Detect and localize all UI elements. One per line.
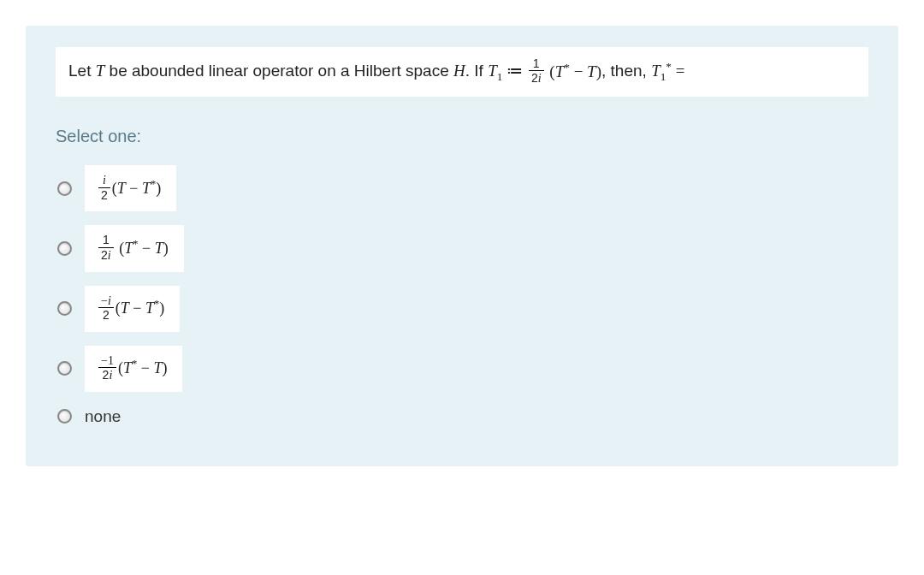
radio-d[interactable] [57,361,72,376]
opt-c-den2: 2 [103,308,110,322]
opt-d-B: T [153,359,162,376]
q-frac-den2: 2 [531,71,538,85]
opt-b-B: T [155,240,163,257]
q-H: H [453,62,465,80]
option-c[interactable]: −i 2 (T − T*) [56,286,868,332]
opt-a-den: 2 [98,188,110,204]
opt-c-den: 2 [98,308,114,323]
options-list: i 2 (T − T*) 1 2i (T* − T) −i 2 (T − T*) [56,165,868,428]
q-T: T [96,62,105,80]
question-text: Let T be abounded linear operator on a H… [56,47,868,97]
q-frac-num: 1 [529,57,544,71]
opt-c-rp: ) [159,299,164,317]
opt-b-rp: ) [163,240,169,257]
opt-a-A: T [117,180,126,197]
opt-c-frac: −i 2 [98,294,114,323]
q-star: * [564,61,570,74]
option-a[interactable]: i 2 (T − T*) [56,165,868,211]
opt-b-A: T [124,240,133,257]
opt-d-frac: −1 2i [98,354,116,383]
option-d[interactable]: −1 2i (T* − T) [56,346,868,392]
radio-a[interactable] [57,181,72,196]
q-mid3: , then, [601,62,651,80]
opt-b-den2: 2 [101,248,108,262]
opt-a-num: i [98,174,110,187]
q-mid2: . If [465,62,488,80]
radio-e[interactable] [57,409,72,424]
q-frac-deni: i [538,72,542,85]
opt-b-lp: ( [116,240,125,257]
q-minus: − [570,62,587,80]
opt-a-frac: i 2 [98,174,110,203]
q-mid1: be abounded linear operator on a Hilbert… [104,62,453,80]
select-one-label: Select one: [56,127,868,146]
option-c-math: −i 2 (T − T*) [85,286,180,332]
opt-a-B: T [142,180,151,197]
option-d-math: −1 2i (T* − T) [85,346,182,392]
q-frac-den: 2i [529,71,544,86]
opt-a-den2: 2 [101,188,108,202]
opt-b-frac: 1 2i [98,234,114,263]
option-b[interactable]: 1 2i (T* − T) [56,225,868,271]
radio-c[interactable] [57,301,72,316]
q-eq: = [672,62,684,80]
opt-c-B: T [145,299,154,317]
q-T1b: T [651,62,660,80]
opt-d-expr: (T* − T) [118,359,167,376]
option-b-math: 1 2i (T* − T) [85,225,184,271]
q-lparen: ( [546,62,555,80]
q-assign: ≔ [502,62,527,80]
opt-d-den: 2i [98,368,116,383]
opt-c-A: T [121,299,129,317]
opt-d-A: T [123,359,132,376]
radio-b[interactable] [57,241,72,256]
opt-d-rp: ) [162,359,167,376]
opt-c-minus: − [129,299,145,317]
option-a-math: i 2 (T − T*) [85,165,176,211]
option-e[interactable]: none [56,406,868,428]
opt-d-num: −1 [98,354,116,368]
opt-a-minus: − [126,180,142,197]
opt-b-expr: (T* − T) [116,240,169,257]
q-Tstar: T [555,62,565,80]
q-pre: Let [68,62,96,80]
question-card: Let T be abounded linear operator on a H… [26,26,898,466]
opt-d-deni: i [109,369,112,382]
opt-a-rp: ) [156,180,161,197]
opt-c-expr: (T − T*) [116,299,164,317]
opt-b-den: 2i [98,248,114,264]
opt-b-num: 1 [98,234,114,247]
opt-c-num: −i [98,294,114,308]
q-Tplain: T [587,62,596,80]
opt-a-expr: (T − T*) [112,180,161,197]
opt-b-deni: i [108,249,111,262]
q-frac: 12i [529,57,544,86]
option-e-label: none [85,406,121,428]
opt-b-minus: − [139,240,155,257]
q-expr: (T* − T) [546,62,601,80]
q-T1: T [488,62,497,80]
opt-d-minus: − [137,359,153,376]
